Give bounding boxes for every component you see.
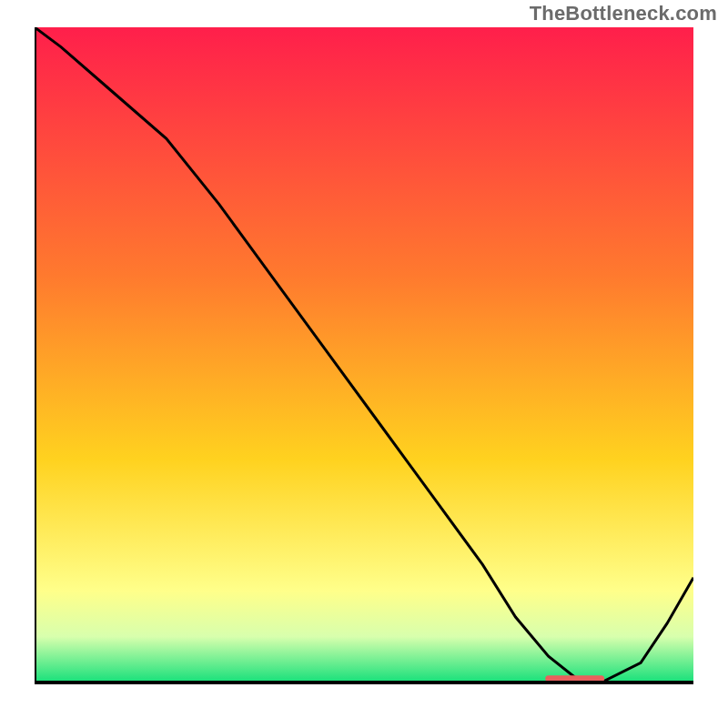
plot-svg	[35, 27, 693, 693]
watermark-text: TheBottleneck.com	[530, 2, 717, 25]
chart-stage: TheBottleneck.com	[0, 0, 728, 728]
gradient-background	[35, 27, 693, 682]
plot-area	[35, 27, 693, 693]
